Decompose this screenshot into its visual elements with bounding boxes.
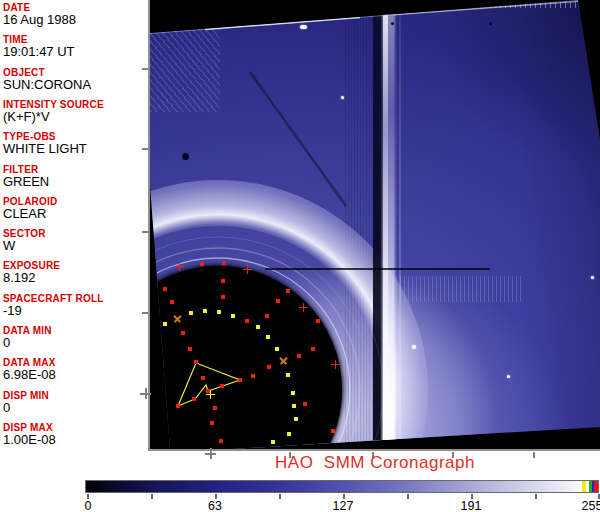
metadata-value: -19 xyxy=(3,304,149,318)
red-fiducial-dot xyxy=(221,279,225,283)
metadata-label: SECTOR xyxy=(3,228,149,239)
saturated-top-blob-right xyxy=(383,0,395,6)
red-fiducial-dot xyxy=(265,314,269,318)
red-fiducial-dot xyxy=(192,397,196,401)
yellow-fiducial-dot xyxy=(292,404,296,408)
red-plus-mark xyxy=(331,360,340,369)
red-plus-mark-bar xyxy=(247,265,249,274)
metadata-label: FILTER xyxy=(3,164,149,175)
yellow-fiducial-dot xyxy=(287,432,291,436)
dark-speck xyxy=(391,22,394,25)
fiducial-dots-layer xyxy=(150,0,600,449)
red-fiducial-dot xyxy=(245,319,249,323)
metadata-entry: POLAROIDCLEAR xyxy=(3,196,149,221)
colorbar-tick-label: 0 xyxy=(85,499,92,512)
star-point xyxy=(412,345,416,349)
sun-center-tick-left-bar xyxy=(145,388,147,399)
red-fiducial-dot xyxy=(176,404,180,408)
colorbar-tick xyxy=(535,494,537,499)
red-fiducial-dot xyxy=(170,300,174,304)
metadata-entry: DATA MIN0 xyxy=(3,325,149,350)
red-fiducial-dot xyxy=(181,331,185,335)
metadata-entry: EXPOSURE8.192 xyxy=(3,260,149,285)
yellow-fiducial-dot xyxy=(266,335,270,339)
red-fiducial-dot xyxy=(297,354,301,358)
yellow-fiducial-dot xyxy=(286,373,290,377)
yellow-fiducial-dot xyxy=(163,322,167,326)
yellow-plus-mark xyxy=(206,390,215,399)
star-point xyxy=(507,375,510,378)
orange-x-mark xyxy=(277,354,290,367)
metadata-label: DISP MIN xyxy=(3,390,149,401)
metadata-entry: DISP MAX1.00E-08 xyxy=(3,422,149,447)
yellow-fiducial-dot xyxy=(291,391,295,395)
red-fiducial-dot xyxy=(303,402,307,406)
red-plus-mark-bar xyxy=(335,360,337,369)
colorbar-tick-label: 63 xyxy=(208,499,222,512)
coronagraph-viewer-window: DATE16 Aug 1988TIME19:01:47 UTOBJECTSUN:… xyxy=(0,0,600,512)
red-fiducial-dot xyxy=(221,295,225,299)
metadata-entry: SPACECRAFT ROLL-19 xyxy=(3,293,149,318)
yellow-fiducial-dot xyxy=(231,314,235,318)
metadata-value: 6.98E-08 xyxy=(3,368,149,382)
metadata-entry: TIME19:01:47 UT xyxy=(3,34,149,59)
metadata-entry: DATA MAX6.98E-08 xyxy=(3,357,149,382)
red-plus-mark xyxy=(175,262,184,271)
red-fiducial-dot xyxy=(219,439,223,443)
colorbar-tick xyxy=(407,494,409,499)
metadata-value: GREEN xyxy=(3,175,149,189)
colorbar-tick-label: 191 xyxy=(461,499,482,512)
red-fiducial-dot xyxy=(238,378,242,382)
metadata-value: WHITE LIGHT xyxy=(3,142,149,156)
red-fiducial-dot xyxy=(220,384,224,388)
red-fiducial-dot xyxy=(222,261,226,265)
red-fiducial-dot xyxy=(210,421,214,425)
yellow-fiducial-dot xyxy=(271,440,275,444)
red-fiducial-dot xyxy=(276,299,280,303)
red-fiducial-dot xyxy=(331,429,335,433)
red-fiducial-dot xyxy=(316,319,320,323)
red-fiducial-dot xyxy=(194,360,198,364)
red-fiducial-dot xyxy=(213,406,217,410)
metadata-entry: INTENSITY SOURCE(K+F)*V xyxy=(3,99,149,124)
metadata-value: 1.00E-08 xyxy=(3,433,149,447)
red-fiducial-dot xyxy=(286,289,290,293)
saturated-top-blob xyxy=(363,0,387,7)
red-fiducial-dot xyxy=(163,287,167,291)
dark-speck xyxy=(182,153,189,160)
star-point xyxy=(300,25,307,29)
red-fiducial-dot xyxy=(201,376,205,380)
metadata-value: 16 Aug 1988 xyxy=(3,13,149,27)
colorbar-tick-label: 255 xyxy=(582,499,600,512)
colorbar-tick xyxy=(279,494,281,499)
metadata-value: SUN:CORONA xyxy=(3,78,149,92)
yellow-fiducial-dot xyxy=(256,325,260,329)
red-fiducial-dot xyxy=(188,347,192,351)
metadata-label: SPACECRAFT ROLL xyxy=(3,293,149,304)
red-plus-mark-bar xyxy=(179,262,181,271)
red-plus-mark xyxy=(299,303,308,312)
metadata-entry: OBJECTSUN:CORONA xyxy=(3,67,149,92)
metadata-entry: DISP MIN0 xyxy=(3,390,149,415)
red-fiducial-dot xyxy=(267,365,271,369)
yellow-fiducial-dot xyxy=(275,347,279,351)
yellow-fiducial-dot xyxy=(189,311,193,315)
red-fiducial-dot xyxy=(153,274,157,278)
colorbar-gradient xyxy=(85,480,599,493)
metadata-value: 19:01:47 UT xyxy=(3,45,149,59)
metadata-value: CLEAR xyxy=(3,207,149,221)
axis-tick-left xyxy=(142,312,148,314)
yellow-fiducial-dot xyxy=(217,310,221,314)
metadata-label: OBJECT xyxy=(3,67,149,78)
coronagraph-image-panel xyxy=(150,0,600,449)
red-fiducial-dot xyxy=(251,374,255,378)
colorbar-tick-label: 127 xyxy=(333,499,354,512)
metadata-value: W xyxy=(3,239,149,253)
metadata-entry: TYPE-OBSWHITE LIGHT xyxy=(3,131,149,156)
metadata-value: 0 xyxy=(3,401,149,415)
metadata-panel: DATE16 Aug 1988TIME19:01:47 UTOBJECTSUN:… xyxy=(0,0,150,450)
orange-x-mark xyxy=(171,312,184,325)
metadata-entry: DATE16 Aug 1988 xyxy=(3,2,149,27)
yellow-fiducial-dot xyxy=(203,309,207,313)
yellow-plus-mark-bar xyxy=(210,390,212,399)
